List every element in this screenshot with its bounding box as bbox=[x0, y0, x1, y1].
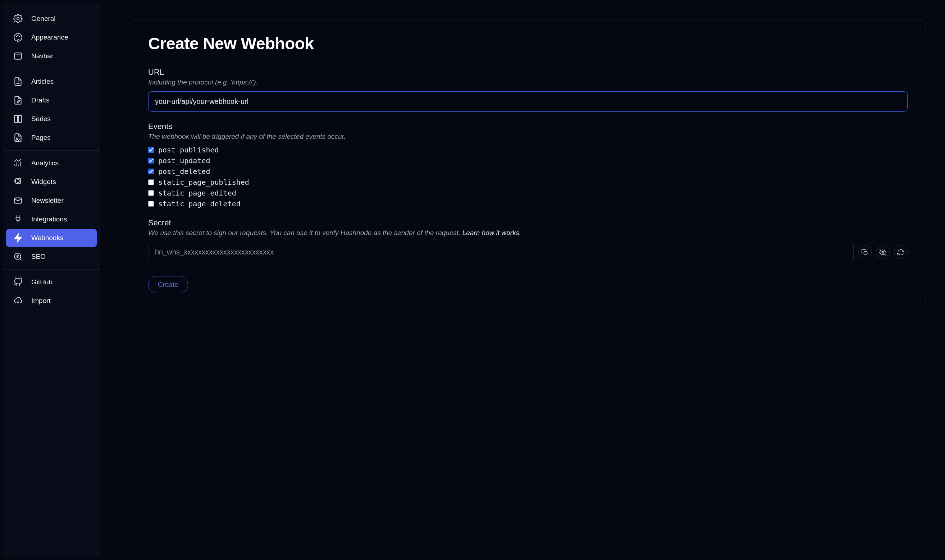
refresh-icon bbox=[896, 248, 905, 257]
sidebar-item-seo[interactable]: SEO bbox=[6, 248, 97, 266]
sidebar-item-pages[interactable]: Pages bbox=[6, 129, 97, 147]
events-label: Events bbox=[148, 122, 908, 131]
sidebar-item-newsletter[interactable]: Newsletter bbox=[6, 192, 97, 209]
secret-hint-text: We use this secret to sign our requests.… bbox=[148, 229, 462, 237]
event-checkbox-post-published[interactable] bbox=[148, 147, 154, 153]
sidebar-item-label: Analytics bbox=[31, 159, 58, 167]
edit-document-icon bbox=[13, 95, 23, 105]
gear-icon bbox=[13, 14, 23, 23]
cloud-download-icon bbox=[13, 296, 23, 306]
event-checkbox-post-deleted[interactable] bbox=[148, 169, 154, 174]
svg-rect-10 bbox=[18, 115, 22, 123]
sidebar-item-label: Widgets bbox=[31, 178, 56, 186]
secret-input[interactable] bbox=[148, 242, 854, 262]
event-row-static-page-edited: static_page_edited bbox=[148, 189, 908, 197]
sidebar-item-integrations[interactable]: Integrations bbox=[6, 210, 97, 228]
webhook-form-card: Create New Webhook URL Including the pro… bbox=[130, 19, 926, 308]
image-document-icon bbox=[13, 133, 23, 142]
page-title: Create New Webhook bbox=[148, 34, 908, 53]
sidebar-item-webhooks[interactable]: Webhooks bbox=[6, 229, 97, 247]
secret-row bbox=[148, 242, 908, 262]
eye-off-icon bbox=[878, 248, 888, 257]
sidebar-group: General Appearance Navbar bbox=[3, 6, 100, 69]
search-dollar-icon bbox=[13, 252, 23, 261]
url-field-group: URL Including the protocol (e.g. 'https:… bbox=[148, 68, 908, 112]
event-row-post-updated: post_updated bbox=[148, 156, 908, 165]
sidebar-item-label: Drafts bbox=[31, 96, 49, 104]
sidebar-item-general[interactable]: General bbox=[6, 10, 97, 28]
puzzle-icon bbox=[13, 177, 23, 186]
chart-icon bbox=[13, 158, 23, 168]
svg-rect-5 bbox=[14, 53, 22, 59]
svg-point-1 bbox=[14, 34, 22, 42]
toggle-visibility-button[interactable] bbox=[876, 246, 890, 259]
url-label: URL bbox=[148, 68, 908, 77]
sidebar-group: GitHub Import bbox=[3, 269, 100, 314]
bolt-icon bbox=[13, 233, 23, 243]
svg-line-19 bbox=[20, 258, 22, 260]
sidebar-item-label: General bbox=[31, 15, 56, 23]
sidebar-group: Analytics Widgets Newsletter Integration… bbox=[3, 151, 100, 269]
url-hint: Including the protocol (e.g. 'https://')… bbox=[148, 78, 908, 86]
svg-rect-9 bbox=[14, 115, 18, 123]
event-checkbox-static-page-deleted[interactable] bbox=[148, 201, 154, 207]
svg-rect-21 bbox=[864, 251, 867, 254]
events-field-group: Events The webhook will be triggered if … bbox=[148, 122, 908, 208]
layout-icon bbox=[13, 51, 23, 61]
secret-field-group: Secret We use this secret to sign our re… bbox=[148, 218, 908, 262]
sidebar-item-articles[interactable]: Articles bbox=[6, 72, 97, 91]
svg-point-3 bbox=[17, 35, 18, 36]
event-row-post-published: post_published bbox=[148, 146, 908, 154]
sidebar-item-label: Import bbox=[31, 297, 51, 305]
sidebar-item-label: Appearance bbox=[31, 34, 68, 42]
event-label: static_page_deleted bbox=[158, 200, 240, 208]
sidebar-group: Articles Drafts Series Pages bbox=[3, 69, 100, 151]
sidebar-item-label: Pages bbox=[31, 134, 51, 142]
svg-point-0 bbox=[17, 18, 19, 20]
sidebar-item-label: Newsletter bbox=[31, 197, 64, 205]
event-checkbox-post-updated[interactable] bbox=[148, 158, 154, 163]
sidebar-item-label: Integrations bbox=[31, 215, 67, 223]
sidebar-item-drafts[interactable]: Drafts bbox=[6, 91, 97, 109]
sidebar-item-github[interactable]: GitHub bbox=[6, 273, 97, 291]
sidebar-item-label: Series bbox=[31, 115, 51, 123]
url-input[interactable] bbox=[148, 91, 908, 112]
sidebar-item-appearance[interactable]: Appearance bbox=[6, 28, 97, 46]
sidebar-item-series[interactable]: Series bbox=[6, 110, 97, 128]
event-row-post-deleted: post_deleted bbox=[148, 167, 908, 176]
create-button[interactable]: Create bbox=[148, 276, 188, 293]
palette-icon bbox=[13, 33, 23, 42]
secret-label: Secret bbox=[148, 218, 908, 228]
event-label: post_published bbox=[158, 146, 219, 154]
event-checkbox-static-page-edited[interactable] bbox=[148, 190, 154, 196]
envelope-icon bbox=[13, 196, 23, 205]
sidebar-item-navbar[interactable]: Navbar bbox=[6, 47, 97, 65]
sidebar-item-label: Navbar bbox=[31, 52, 53, 60]
event-label: static_page_edited bbox=[158, 189, 236, 197]
sidebar-item-widgets[interactable]: Widgets bbox=[6, 173, 97, 191]
copy-icon bbox=[860, 248, 870, 257]
event-row-static-page-deleted: static_page_deleted bbox=[148, 200, 908, 208]
sidebar-item-import[interactable]: Import bbox=[6, 292, 97, 310]
event-row-static-page-published: static_page_published bbox=[148, 178, 908, 186]
svg-marker-17 bbox=[14, 234, 22, 242]
event-checkbox-static-page-published[interactable] bbox=[148, 179, 154, 185]
document-icon bbox=[13, 77, 23, 86]
sidebar-item-analytics[interactable]: Analytics bbox=[6, 154, 97, 172]
github-icon bbox=[13, 277, 23, 287]
plug-icon bbox=[13, 215, 23, 224]
sidebar: General Appearance Navbar Articles Dr bbox=[3, 3, 100, 557]
events-hint: The webhook will be triggered if any of … bbox=[148, 132, 908, 140]
main-panel: Create New Webhook URL Including the pro… bbox=[114, 3, 942, 557]
main: Create New Webhook URL Including the pro… bbox=[103, 0, 945, 560]
event-label: post_deleted bbox=[158, 167, 210, 176]
svg-point-4 bbox=[19, 36, 20, 37]
sidebar-item-label: Webhooks bbox=[31, 234, 63, 242]
event-label: static_page_published bbox=[158, 178, 249, 186]
copy-secret-button[interactable] bbox=[858, 246, 872, 259]
secret-learn-link[interactable]: Learn how it works. bbox=[462, 229, 522, 237]
secret-hint: We use this secret to sign our requests.… bbox=[148, 229, 908, 237]
regenerate-secret-button[interactable] bbox=[894, 246, 908, 259]
event-label: post_updated bbox=[158, 156, 210, 165]
sidebar-item-label: SEO bbox=[31, 253, 46, 261]
